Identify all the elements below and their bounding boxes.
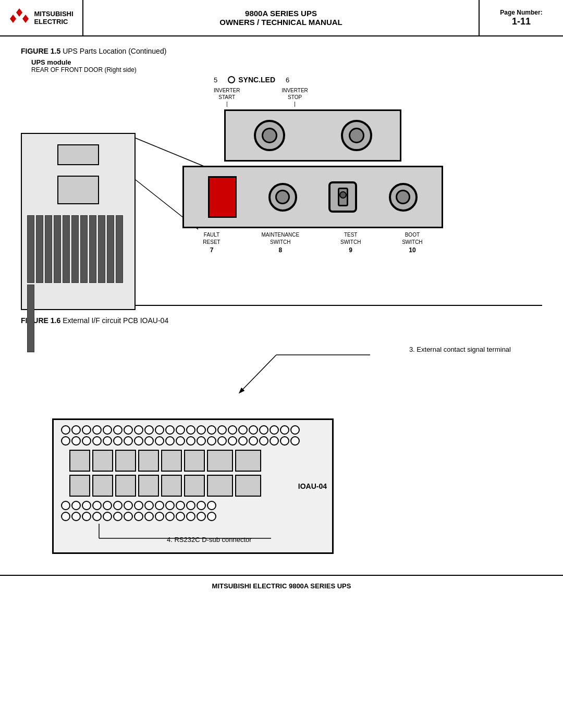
num5-label: 5 [214, 76, 217, 84]
connector-block [138, 475, 159, 497]
pin [103, 436, 112, 446]
connector-row-bottom [59, 475, 327, 497]
ups-sublabel: REAR OF FRONT DOOR (Right side) [31, 66, 542, 73]
pin [113, 501, 123, 510]
connector-block [207, 450, 233, 472]
svg-marker-1 [10, 15, 16, 23]
figure16-title: FIGURE 1.6 External I/F circuit PCB IOAU… [21, 316, 542, 325]
pin-row-top1 [59, 425, 327, 435]
pin [165, 425, 175, 435]
footer-text: MITSUBISHI ELECTRIC 9800A SERIES UPS [212, 582, 351, 590]
pin [238, 436, 248, 446]
cabinet-top-panel [57, 144, 99, 165]
pin [217, 425, 227, 435]
pin [280, 436, 289, 446]
pin [82, 436, 91, 446]
pin [176, 501, 185, 510]
svg-marker-2 [22, 15, 29, 23]
main-content: FIGURE 1.5 UPS Parts Location (Continued… [0, 36, 563, 564]
inverter-labels: INVERTERSTART| INVERTERSTOP| [214, 87, 443, 107]
pin [124, 425, 133, 435]
pin [197, 512, 206, 521]
inverter-stop-button[interactable] [341, 120, 372, 151]
maintenance-switch-button[interactable] [268, 183, 297, 212]
inverter-stop-label: INVERTERSTOP| [282, 87, 308, 107]
vent-bar [80, 215, 88, 283]
figure16-diagram: 3. External contact signal terminal [21, 335, 542, 554]
boot-inner [396, 190, 410, 204]
svg-line-6 [240, 355, 276, 392]
connector-block [161, 475, 182, 497]
pin [155, 501, 164, 510]
page-number-block: Page Number: 1-11 [480, 0, 563, 35]
pin [71, 512, 81, 521]
pin [134, 512, 143, 521]
connector-row-top [59, 450, 327, 472]
connector-block [235, 450, 261, 472]
num6-label: 6 [286, 76, 289, 84]
vent-bar [107, 215, 114, 283]
fault-reset-button[interactable] [208, 176, 237, 218]
pin [103, 501, 112, 510]
pin [207, 512, 216, 521]
pin [71, 436, 81, 446]
inverter-start-label: INVERTERSTART| [214, 87, 240, 107]
figure16-title-rest: External I/F circuit PCB IOAU-04 [60, 316, 168, 325]
pin [113, 425, 123, 435]
boot-switch-label: BOOT SWITCH 10 [402, 231, 422, 255]
mitsubishi-logo-icon [9, 7, 30, 28]
rs232c-label: 4. RS232C D-sub connector [167, 536, 252, 544]
connector-block [115, 450, 136, 472]
pin [186, 425, 195, 435]
vent-bar [116, 215, 123, 283]
document-title-block: 9800A SERIES UPS OWNERS / TECHNICAL MANU… [83, 0, 480, 35]
pin [238, 425, 248, 435]
fault-reset-label: FAULT RESET 7 [203, 231, 220, 255]
vent-bar [71, 215, 79, 283]
pin [103, 512, 112, 521]
ups-cabinet-drawing [21, 133, 136, 310]
pin [92, 501, 102, 510]
sync-led-group: SYNC.LED [228, 76, 275, 84]
maintenance-inner [275, 190, 290, 204]
connector-block [184, 450, 205, 472]
ups-module-label: UPS module [31, 58, 542, 66]
inverter-start-button[interactable] [254, 120, 285, 151]
pin [197, 425, 206, 435]
pin [186, 436, 195, 446]
vent-bar [89, 215, 96, 283]
pin [207, 436, 216, 446]
pin [249, 425, 258, 435]
doc-title-line2: OWNERS / TECHNICAL MANUAL [219, 18, 342, 27]
sync-row: 5 SYNC.LED 6 [214, 76, 443, 84]
connector-block [69, 450, 90, 472]
inverter-panel [224, 109, 401, 162]
pin [249, 436, 258, 446]
boot-switch-button[interactable] [389, 183, 418, 212]
pin [207, 425, 216, 435]
company-logo: MITSUBISHI ELECTRIC [0, 0, 83, 35]
pin-row-bot1 [59, 501, 327, 510]
pin [144, 512, 154, 521]
connector-block [138, 450, 159, 472]
pin [61, 501, 70, 510]
pin [103, 425, 112, 435]
connector-block [92, 450, 113, 472]
company-name-line2: ELECTRIC [34, 18, 73, 26]
vent-bar [63, 215, 70, 283]
pin [144, 436, 154, 446]
external-contact-label: 3. External contact signal terminal [409, 346, 511, 353]
pin [197, 436, 206, 446]
pin [290, 425, 300, 435]
connector-block [69, 475, 90, 497]
inverter-stop-inner [349, 128, 364, 143]
pin [124, 501, 133, 510]
pin-row-top2 [59, 436, 327, 446]
test-switch-button[interactable] [328, 181, 357, 213]
pin [71, 425, 81, 435]
pin [290, 436, 300, 446]
sync-led-label: SYNC.LED [238, 76, 275, 84]
pcb-board: IOAU-04 [52, 418, 334, 554]
fault-panel [182, 166, 443, 228]
page-footer: MITSUBISHI ELECTRIC 9800A SERIES UPS [0, 575, 563, 596]
